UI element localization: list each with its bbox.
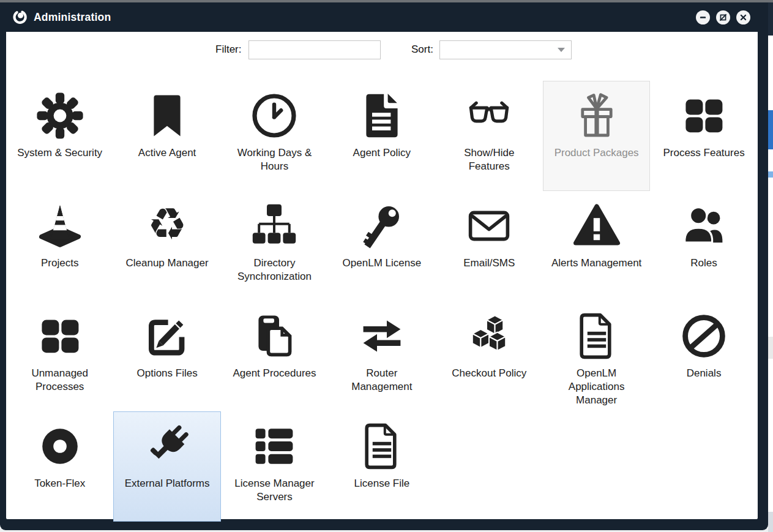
- grid-item-label: Projects: [41, 257, 78, 270]
- grid-item-label: OpenLM License: [343, 257, 422, 270]
- ban-icon: [679, 312, 728, 361]
- grid-item-label: Process Features: [663, 146, 744, 160]
- grid-item-label: Product Packages: [555, 146, 639, 160]
- grid-item-label: External Platforms: [125, 477, 210, 490]
- sort-label: Sort:: [411, 43, 433, 56]
- grid-item-label: License Manager Servers: [228, 477, 320, 504]
- screen-top-strip: [0, 0, 773, 2]
- grid-item-options-files[interactable]: Options Files: [113, 301, 220, 411]
- minimize-icon: [698, 12, 708, 23]
- document-solid-icon: [357, 91, 406, 140]
- glasses-icon: [465, 91, 513, 140]
- traffic-cone-icon: [35, 201, 84, 250]
- grid-item-label: Router Management: [336, 367, 428, 394]
- grid-item-label: License File: [354, 477, 410, 490]
- grid-item-label: Working Days & Hours: [228, 146, 320, 173]
- grid-item-label: Show/Hide Features: [443, 146, 535, 173]
- svg-text:♻: ♻: [148, 201, 187, 250]
- grid-item-product-packages[interactable]: Product Packages: [543, 81, 650, 191]
- grid-item-unmanaged-processes[interactable]: Unmanaged Processes: [6, 301, 113, 411]
- document-lines-icon: [572, 312, 621, 361]
- list-rows-icon: [250, 422, 299, 471]
- sort-dropdown[interactable]: [439, 40, 572, 59]
- grid-item-license-manager-servers[interactable]: License Manager Servers: [221, 411, 328, 522]
- grid-item-label: Active Agent: [138, 146, 196, 160]
- grid-item-working-days-hours[interactable]: Working Days & Hours: [221, 81, 328, 191]
- users-icon: [679, 201, 728, 250]
- maximize-icon: [718, 12, 728, 23]
- grid-item-roles[interactable]: Roles: [650, 191, 757, 301]
- grid-item-label: Agent Policy: [353, 146, 411, 160]
- grid-item-checkout-policy[interactable]: Checkout Policy: [436, 301, 543, 411]
- grid-item-show-hide-features[interactable]: Show/Hide Features: [436, 81, 543, 191]
- grid-item-label: OpenLM Applications Manager: [551, 367, 643, 407]
- grid-item-projects[interactable]: Projects: [6, 191, 113, 301]
- grid-item-email-sms[interactable]: Email/SMS: [436, 191, 543, 301]
- grid-item-label: System & Security: [17, 146, 102, 160]
- window-title: Administration: [34, 11, 111, 24]
- grid-item-label: Agent Procedures: [233, 367, 316, 380]
- sitemap-icon: [250, 201, 299, 250]
- grid-item-label: Roles: [690, 257, 717, 270]
- close-icon: [738, 12, 749, 23]
- minimize-button[interactable]: [696, 10, 710, 24]
- grid-item-openlm-applications-manager[interactable]: OpenLM Applications Manager: [543, 301, 650, 411]
- grid-item-token-flex[interactable]: Token-Flex: [6, 411, 113, 522]
- grid-item-external-platforms[interactable]: External Platforms: [113, 411, 220, 522]
- icon-grid: System & SecurityActive AgentWorking Day…: [6, 81, 758, 522]
- grid-item-process-features[interactable]: Process Features: [650, 81, 757, 191]
- grid-item-label: Directory Synchronization: [228, 257, 320, 283]
- gift-icon: [572, 91, 621, 140]
- grid-item-agent-procedures[interactable]: Agent Procedures: [221, 301, 328, 411]
- recycle-icon: ♻: [143, 201, 192, 250]
- administration-window: Administration Filter:: [0, 2, 768, 530]
- grid-item-directory-synchronization[interactable]: Directory Synchronization: [221, 191, 328, 301]
- grid-item-label: Cleanup Manager: [126, 257, 209, 270]
- grid-item-system-security[interactable]: System & Security: [6, 81, 113, 191]
- cubes-icon: [465, 312, 513, 361]
- grid-item-license-file[interactable]: License File: [328, 411, 435, 522]
- record-donut-icon: [35, 422, 84, 471]
- grid-squares-icon: [35, 312, 84, 361]
- grid-item-agent-policy[interactable]: Agent Policy: [328, 81, 435, 191]
- grid-item-label: Unmanaged Processes: [14, 367, 106, 394]
- edit-square-icon: [143, 312, 192, 361]
- chevron-down-icon: [558, 48, 565, 52]
- window-content: Filter: Sort: System & SecurityActive Ag…: [6, 32, 758, 519]
- grid-item-label: Alerts Management: [551, 257, 641, 270]
- clock-icon: [250, 91, 299, 140]
- maximize-button[interactable]: [716, 10, 730, 24]
- toolbar: Filter: Sort:: [6, 32, 758, 69]
- filter-label: Filter:: [215, 43, 242, 56]
- copy-pages-icon: [250, 312, 299, 361]
- key-icon: [357, 201, 406, 250]
- grid-item-alerts-management[interactable]: Alerts Management: [543, 191, 650, 301]
- close-button[interactable]: [736, 10, 750, 24]
- plug-icon: [143, 422, 192, 471]
- grid-squares-icon: [679, 91, 728, 140]
- grid-item-label: Email/SMS: [463, 257, 515, 270]
- background-app-edge: [768, 0, 773, 532]
- grid-item-active-agent[interactable]: Active Agent: [113, 81, 220, 191]
- envelope-icon: [465, 201, 513, 250]
- bookmark-icon: [143, 91, 192, 140]
- exchange-arrows-icon: [357, 312, 406, 361]
- document-lines-icon: [357, 422, 406, 471]
- window-controls: [696, 10, 750, 24]
- grid-item-label: Checkout Policy: [452, 367, 526, 380]
- warning-triangle-icon: [572, 201, 621, 250]
- grid-item-label: Denials: [687, 367, 722, 380]
- openlm-logo-icon: [12, 9, 28, 25]
- filter-input[interactable]: [248, 40, 381, 59]
- grid-item-openlm-license[interactable]: OpenLM License: [328, 191, 435, 301]
- grid-item-router-management[interactable]: Router Management: [328, 301, 435, 411]
- grid-item-label: Token-Flex: [34, 477, 85, 490]
- grid-item-denials[interactable]: Denials: [650, 301, 757, 411]
- gear-icon: [35, 91, 84, 140]
- titlebar[interactable]: Administration: [6, 2, 758, 32]
- grid-item-cleanup-manager[interactable]: ♻Cleanup Manager: [113, 191, 220, 301]
- grid-item-label: Options Files: [136, 367, 197, 380]
